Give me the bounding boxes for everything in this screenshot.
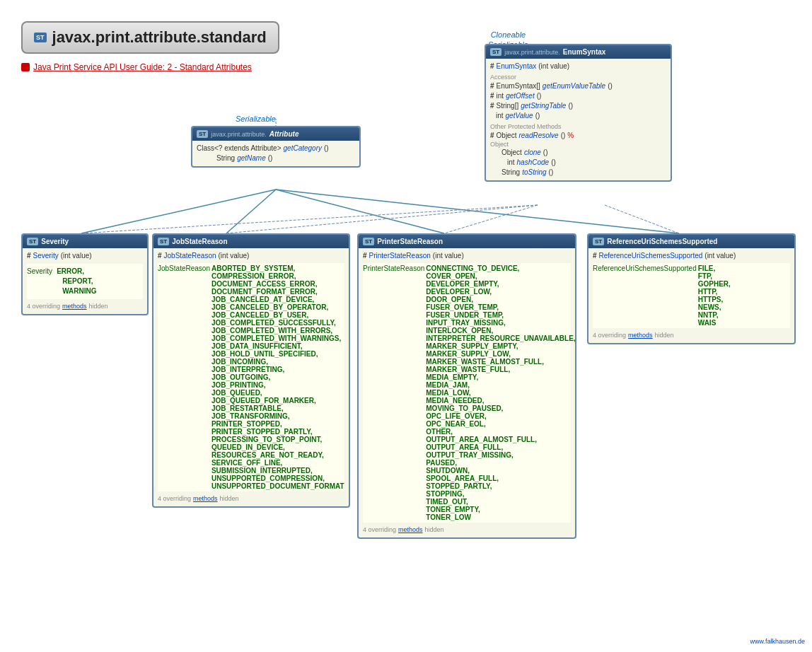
main-title-box: ST javax.print.attribute.standard xyxy=(21,21,279,54)
ref-uri-values-container: ReferenceUriSchemesSupported FILE, FTP, … xyxy=(593,263,790,328)
attribute-header: ST javax.print.attribute.Attribute xyxy=(192,127,359,141)
psr-values-container: PrinterStateReason CONNECTING_TO_DEVICE,… xyxy=(363,263,571,523)
ref-uri-name: ReferenceUriSchemesSupported xyxy=(607,238,717,245)
ref-uri-overriding: 4 overriding methods hidden xyxy=(593,331,790,340)
attr-method-1: Class<? extends Attribute> getCategory (… xyxy=(197,144,355,153)
watermark: www.falkhausen.de xyxy=(750,638,805,645)
package-title: javax.print.attribute.standard xyxy=(52,28,267,47)
jsr-body: # JobStateReason (int value) JobStateRea… xyxy=(153,248,349,506)
serializable-label-attribute: Serializable xyxy=(236,115,276,123)
attribute-st-icon: ST xyxy=(197,130,208,138)
severity-overriding: 4 overriding methods hidden xyxy=(27,302,143,311)
printer-state-reason-box: ST PrinterStateReason # PrinterStateReas… xyxy=(357,233,576,539)
severity-body: # Severity (int value) Severity ERROR, R… xyxy=(23,248,147,314)
reference-uri-box: ST ReferenceUriSchemesSupported # Refere… xyxy=(587,233,796,344)
jsr-st-icon: ST xyxy=(158,238,169,245)
ref-uri-constructor: # ReferenceUriSchemesSupported (int valu… xyxy=(593,251,790,261)
attribute-box: ST javax.print.attribute.Attribute Class… xyxy=(191,126,361,168)
svg-line-4 xyxy=(81,205,538,233)
enum-method-2: # int getOffset () xyxy=(490,91,666,101)
obj-method-clone: Object clone () xyxy=(490,148,666,158)
link-bar: Java Print Service API User Guide: 2 - S… xyxy=(21,62,252,72)
psr-body: # PrinterStateReason (int value) Printer… xyxy=(359,248,575,537)
st-icon: ST xyxy=(34,33,47,42)
svg-line-3 xyxy=(276,190,679,233)
enum-method-1: # EnumSyntax[] getEnumValueTable () xyxy=(490,81,666,91)
enum-syntax-package: javax.print.attribute. xyxy=(504,49,560,56)
severity-box: ST Severity # Severity (int value) Sever… xyxy=(21,233,149,315)
jsr-constructor: # JobStateReason (int value) xyxy=(158,251,344,261)
psr-st-icon: ST xyxy=(363,238,374,245)
job-state-reason-box: ST JobStateReason # JobStateReason (int … xyxy=(152,233,350,508)
ref-uri-st-icon: ST xyxy=(593,238,604,245)
severity-header: ST Severity xyxy=(23,235,147,248)
jsr-header: ST JobStateReason xyxy=(153,235,349,248)
jsr-overriding: 4 overriding methods hidden xyxy=(158,494,344,503)
attr-method-2: String getName () xyxy=(197,153,355,163)
ref-uri-header: ST ReferenceUriSchemesSupported xyxy=(588,235,794,248)
svg-line-2 xyxy=(276,190,444,233)
psr-name: PrinterStateReason xyxy=(377,238,443,245)
enum-read-resolve: # Object readResolve () % xyxy=(490,131,666,141)
severity-st-icon: ST xyxy=(27,238,38,245)
psr-overriding: 4 overriding methods hidden xyxy=(363,525,571,535)
object-label: Object xyxy=(490,141,666,148)
svg-line-5 xyxy=(226,205,538,233)
section-accessor: Accessor xyxy=(490,74,666,81)
enum-syntax-body: # EnumSyntax (int value) Accessor # Enum… xyxy=(486,59,671,180)
enum-syntax-name: EnumSyntax xyxy=(563,48,606,56)
enum-syntax-header: ST javax.print.attribute.EnumSyntax xyxy=(486,45,671,59)
psr-constructor: # PrinterStateReason (int value) xyxy=(363,251,571,261)
enum-method-4: int getValue () xyxy=(490,111,666,121)
enum-method-3: # String[] getStringTable () xyxy=(490,101,666,111)
psr-header: ST PrinterStateReason xyxy=(359,235,575,248)
ref-uri-body: # ReferenceUriSchemesSupported (int valu… xyxy=(588,248,794,343)
api-guide-link[interactable]: Java Print Service API User Guide: 2 - S… xyxy=(33,62,252,72)
obj-method-hashcode: int hashCode () xyxy=(490,158,666,168)
svg-line-0 xyxy=(81,190,276,233)
severity-name: Severity xyxy=(41,238,69,245)
link-icon xyxy=(21,63,30,71)
severity-values-container: Severity ERROR, REPORT, WARNING xyxy=(27,264,143,299)
enum-syntax-constructor: # EnumSyntax (int value) xyxy=(490,62,666,71)
section-other: Other Protected Methods xyxy=(490,123,666,130)
svg-line-1 xyxy=(226,190,276,233)
attribute-body: Class<? extends Attribute> getCategory (… xyxy=(192,141,359,166)
jsr-name: JobStateReason xyxy=(172,238,227,245)
attribute-package: javax.print.attribute. xyxy=(211,131,267,138)
attribute-name: Attribute xyxy=(269,130,299,138)
svg-line-7 xyxy=(605,205,679,233)
obj-method-tostring: String toString () xyxy=(490,168,666,177)
enum-syntax-st-icon: ST xyxy=(490,48,501,56)
severity-constructor: # Severity (int value) xyxy=(27,251,143,261)
svg-line-6 xyxy=(444,205,538,233)
jsr-values-container: JobStateReason ABORTED_BY_SYSTEM, COMPRE… xyxy=(158,263,344,491)
enum-syntax-box: ST javax.print.attribute.EnumSyntax # En… xyxy=(485,44,672,182)
severity-enum-vals: Severity ERROR, REPORT, WARNING xyxy=(27,267,143,296)
